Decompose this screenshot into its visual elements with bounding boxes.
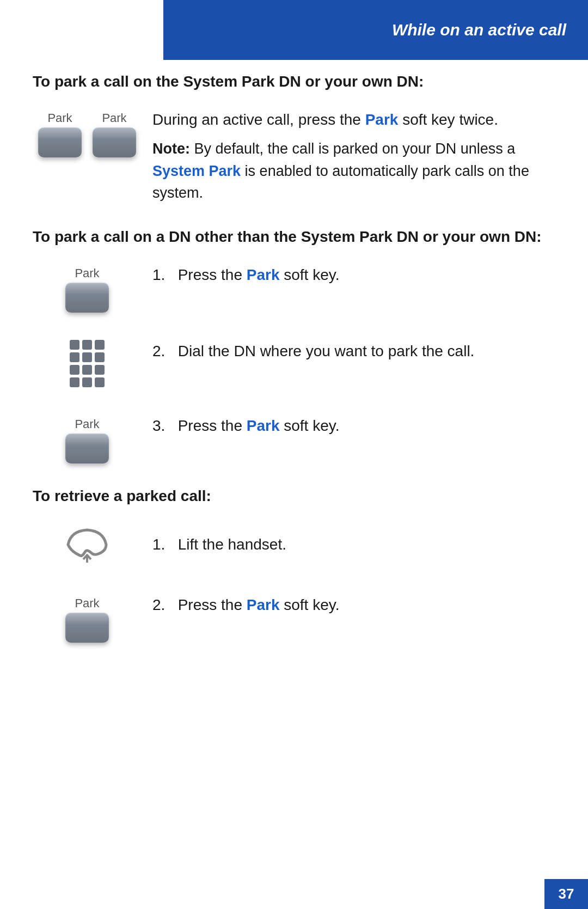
section-1-main-text: During an active call, press the Park so… bbox=[152, 111, 498, 128]
keypad-icon bbox=[70, 340, 105, 387]
softkey-s2-1: Park bbox=[65, 266, 109, 313]
softkey-s2-3-label: Park bbox=[75, 417, 99, 431]
softkey-double-icon: Park Park bbox=[33, 108, 142, 157]
section-3-step-2-text: 2. Press the Park soft key. bbox=[142, 594, 555, 617]
section-2-step-3-text: 3. Press the Park soft key. bbox=[142, 414, 555, 437]
softkey-s3-2-label: Park bbox=[75, 596, 99, 611]
park-link-1: Park bbox=[365, 111, 399, 128]
section-1-instruction: Park Park During an active call, press t… bbox=[33, 108, 555, 204]
main-content: To park a call on the System Park DN or … bbox=[33, 71, 555, 865]
section-3-step-2-icon-col: Park bbox=[33, 594, 142, 643]
section-2-step-2-icon-col bbox=[33, 340, 142, 387]
park-link-s2-1: Park bbox=[247, 266, 280, 283]
note-label: Note: bbox=[152, 141, 190, 157]
header-bar: While on an active call bbox=[163, 0, 588, 60]
section-3-step-1-text: 1. Lift the handset. bbox=[142, 533, 555, 556]
section-2-step-3-icon-col: Park bbox=[33, 414, 142, 463]
step-3-text: 3. Press the Park soft key. bbox=[152, 417, 339, 434]
section-3-step-1: 1. Lift the handset. bbox=[33, 523, 555, 566]
section-2-step-1-text: 1. Press the Park soft key. bbox=[142, 264, 555, 286]
softkey-s3-2: Park bbox=[65, 596, 109, 643]
system-park-link: System Park bbox=[152, 163, 241, 179]
section-3-step-1-icon-col bbox=[33, 523, 142, 566]
page-number: 37 bbox=[544, 879, 588, 909]
step-2-text: 2. Dial the DN where you want to park th… bbox=[152, 343, 474, 359]
header-title: While on an active call bbox=[392, 21, 566, 39]
step-1-text: 1. Press the Park soft key. bbox=[152, 266, 339, 283]
softkey-s2-3: Park bbox=[65, 417, 109, 463]
section-2: To park a call on a DN other than the Sy… bbox=[33, 226, 555, 463]
section-2-step-1-icon-col: Park bbox=[33, 264, 142, 313]
section-3-step-2: Park 2. Press the Park soft key. bbox=[33, 594, 555, 643]
section-3-heading: To retrieve a parked call: bbox=[33, 485, 555, 507]
section-1: To park a call on the System Park DN or … bbox=[33, 71, 555, 204]
park-link-s3-2: Park bbox=[247, 596, 280, 613]
section-1-heading: To park a call on the System Park DN or … bbox=[33, 71, 555, 92]
section-2-step-2-text: 2. Dial the DN where you want to park th… bbox=[142, 340, 555, 363]
section-2-heading: To park a call on a DN other than the Sy… bbox=[33, 226, 555, 247]
retrieve-step-1-text: 1. Lift the handset. bbox=[152, 536, 286, 553]
section-3: To retrieve a parked call: 1. Lift the h… bbox=[33, 485, 555, 643]
softkey-1-button bbox=[38, 127, 82, 157]
retrieve-step-2-text: 2. Press the Park soft key. bbox=[152, 596, 339, 613]
softkey-1: Park bbox=[38, 111, 82, 157]
handset-icon bbox=[60, 526, 114, 566]
softkey-s2-1-button bbox=[65, 283, 109, 313]
softkey-s3-2-button bbox=[65, 613, 109, 643]
section-1-text: During an active call, press the Park so… bbox=[142, 108, 555, 204]
section-2-step-2: 2. Dial the DN where you want to park th… bbox=[33, 340, 555, 387]
softkey-2-button bbox=[93, 127, 136, 157]
softkey-1-label: Park bbox=[47, 111, 72, 125]
softkey-2-label: Park bbox=[102, 111, 126, 125]
softkey-2: Park bbox=[93, 111, 136, 157]
section-2-step-3: Park 3. Press the Park soft key. bbox=[33, 414, 555, 463]
section-2-step-1: Park 1. Press the Park soft key. bbox=[33, 264, 555, 313]
softkey-s2-1-label: Park bbox=[75, 266, 99, 280]
park-link-s2-3: Park bbox=[247, 417, 280, 434]
softkey-s2-3-button bbox=[65, 434, 109, 463]
section-1-note: Note: By default, the call is parked on … bbox=[152, 138, 555, 204]
